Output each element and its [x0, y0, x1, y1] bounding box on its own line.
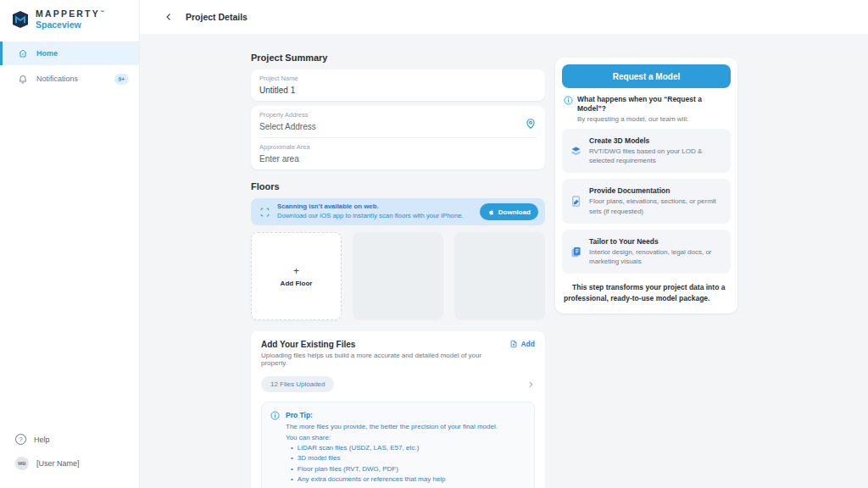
benefit-title: Provide Documentation [589, 186, 723, 195]
uploaded-files-row[interactable]: 12 Files Uploaded [261, 376, 535, 392]
back-button[interactable] [164, 12, 174, 22]
benefit-tailor-to-needs: Tailor to Your Needs Interior design, re… [562, 230, 731, 274]
brand: MAPPERTY™ Spaceview [0, 0, 139, 42]
request-model-card: Request a Model What happens when you “R… [555, 58, 737, 313]
approximate-area-label: Approximate Area [259, 143, 537, 151]
help-button[interactable]: ? Help [0, 428, 139, 451]
sidebar-nav: Home Notifications 9+ [0, 42, 139, 92]
info-icon [564, 96, 573, 105]
benefit-description: Floor plans, elevations, sections, or pe… [589, 197, 723, 215]
download-label: Download [498, 208, 531, 216]
cube-3d-icon [570, 145, 582, 158]
pro-tip-bullet: 3D model files [291, 453, 498, 463]
sidebar-item-notifications[interactable]: Notifications 9+ [0, 67, 139, 91]
request-model-column: Request a Model What happens when you “R… [555, 58, 737, 313]
benefit-provide-documentation: Provide Documentation Floor plans, eleva… [562, 179, 731, 223]
approximate-area-value[interactable]: Enter area [259, 154, 537, 164]
files-description: Uploading files helps us build a more ac… [261, 352, 503, 367]
pro-tip-line: The more files you provide, the better t… [286, 422, 498, 432]
pro-tip-line: You can share: [286, 433, 498, 443]
download-app-button[interactable]: Download [480, 203, 538, 220]
apple-icon [487, 208, 495, 216]
floor-placeholder-card [353, 232, 443, 320]
avatar: MB [15, 457, 29, 470]
project-summary-title: Project Summary [251, 53, 545, 63]
pro-tip-bullet: Floor plan files (RVT, DWG, PDF) [291, 464, 498, 474]
benefit-description: RVT/DWG files based on your LOD & select… [589, 147, 723, 165]
notifications-badge: 9+ [114, 74, 129, 85]
add-files-button[interactable]: Add [503, 340, 535, 348]
sidebar: MAPPERTY™ Spaceview Home Notifications 9… [0, 0, 140, 488]
benefit-title: Tailor to Your Needs [589, 237, 723, 246]
main-area: Project Details Project Summary Project … [140, 0, 868, 488]
brand-product: Spaceview [36, 19, 104, 30]
scan-icon [259, 207, 270, 218]
property-address-value[interactable]: Select Address [259, 122, 537, 131]
file-add-icon [509, 340, 518, 348]
project-name-label: Project Name [259, 75, 537, 82]
add-floor-button[interactable]: + Add Floor [251, 232, 342, 320]
mapperty-logo-icon [10, 9, 31, 30]
pro-tip-bullet: Any extra documents or references that m… [291, 474, 498, 485]
property-address-label: Property Address [259, 111, 537, 119]
benefit-title: Create 3D Models [589, 136, 723, 145]
help-icon: ? [15, 434, 26, 445]
add-floor-label: Add Floor [281, 280, 313, 287]
pro-tip-list: LiDAR scan files (USDZ, LAS, E57, etc.) … [291, 443, 498, 485]
request-info-title: What happens when you “Request a Model”? [577, 95, 729, 114]
content: Project Summary Project Name Untitled 1 … [140, 34, 868, 488]
floors-title: Floors [251, 181, 545, 191]
info-icon [270, 411, 280, 420]
request-info-header: What happens when you “Request a Model”?… [562, 88, 731, 129]
plus-icon: + [293, 266, 299, 276]
chevron-right-icon[interactable] [526, 380, 535, 389]
request-model-button[interactable]: Request a Model [562, 64, 731, 88]
floors-row: + Add Floor [251, 232, 545, 320]
user-name: [User Name] [36, 459, 80, 468]
location-pin-icon[interactable] [525, 118, 537, 130]
scan-banner-line: Download our iOS app to instantly scan f… [277, 212, 464, 219]
trademark: ™ [100, 9, 104, 14]
pro-tip-content: Pro Tip: The more files you provide, the… [286, 410, 498, 485]
scan-banner-text: Scanning isn’t available on web. Downloa… [277, 202, 473, 220]
project-form-column: Project Summary Project Name Untitled 1 … [251, 53, 545, 488]
sidebar-footer: ? Help MB [User Name] [0, 428, 139, 488]
files-header: Add Your Existing Files Uploading files … [261, 340, 535, 367]
benefit-description: Interior design, renovation, legal docs,… [589, 247, 723, 266]
user-menu[interactable]: MB [User Name] [0, 451, 139, 476]
pro-tip-box: Pro Tip: The more files you provide, the… [261, 402, 535, 488]
scan-banner: Scanning isn’t available on web. Downloa… [251, 198, 545, 225]
files-title: Add Your Existing Files [261, 340, 503, 349]
existing-files-card: Add Your Existing Files Uploading files … [251, 331, 545, 488]
project-name-field[interactable]: Project Name Untitled 1 [251, 69, 545, 101]
scan-banner-bold: Scanning isn’t available on web. [277, 202, 379, 210]
sidebar-item-home[interactable]: Home [0, 42, 139, 65]
page-title: Project Details [186, 12, 248, 22]
document-pen-icon [570, 195, 582, 208]
bell-icon [18, 74, 28, 84]
help-label: Help [34, 435, 50, 444]
pro-tip-title: Pro Tip: [286, 410, 498, 421]
sidebar-item-label: Notifications [36, 75, 78, 83]
pro-tip-bullet: LiDAR scan files (USDZ, LAS, E57, etc.) [291, 443, 498, 453]
project-name-value[interactable]: Untitled 1 [259, 86, 537, 95]
top-bar: Project Details [140, 0, 868, 34]
floor-placeholder-card [454, 232, 545, 320]
request-footer-note: This step transforms your project data i… [562, 280, 731, 307]
add-files-label: Add [520, 340, 535, 348]
benefit-create-3d-models: Create 3D Models RVT/DWG files based on … [562, 129, 731, 173]
approximate-area-field[interactable]: Approximate Area Enter area [251, 138, 545, 169]
property-address-field[interactable]: Property Address Select Address [251, 106, 545, 137]
address-area-card: Property Address Select Address Approxim… [251, 106, 545, 169]
request-info-subtitle: By requesting a model, our team will: [577, 115, 729, 123]
project-name-card: Project Name Untitled 1 [251, 69, 545, 101]
stacked-sheets-icon [570, 246, 582, 258]
home-icon [18, 48, 28, 58]
sidebar-item-label: Home [36, 49, 58, 58]
brand-name: MAPPERTY™ [36, 9, 104, 19]
files-uploaded-pill[interactable]: 12 Files Uploaded [261, 376, 334, 392]
